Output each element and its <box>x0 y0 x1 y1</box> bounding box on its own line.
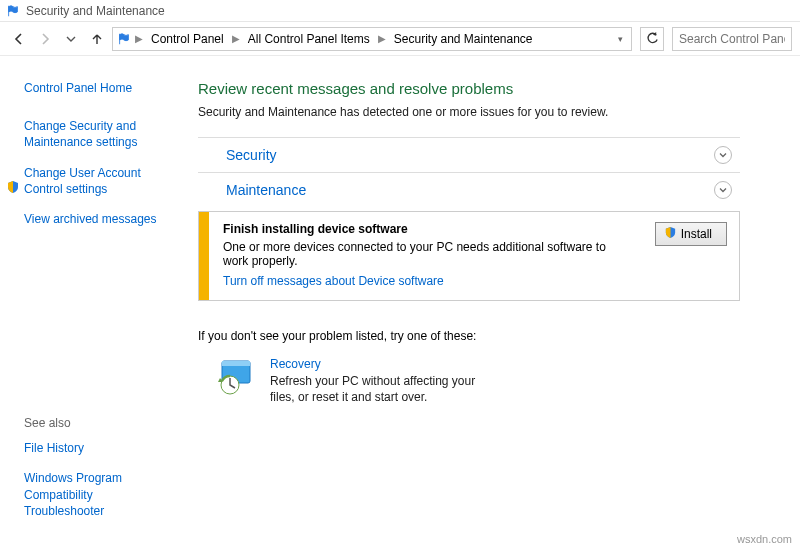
window-titlebar: Security and Maintenance <box>0 0 800 22</box>
window-title: Security and Maintenance <box>26 4 165 18</box>
breadcrumb-item[interactable]: All Control Panel Items <box>244 30 374 48</box>
security-label: Security <box>226 147 277 163</box>
alert-heading: Finish installing device software <box>223 222 629 236</box>
control-panel-home-link[interactable]: Control Panel Home <box>24 80 172 96</box>
breadcrumb-item[interactable]: Security and Maintenance <box>390 30 537 48</box>
see-also-section: See also File History Windows Program Co… <box>24 416 172 537</box>
navigation-toolbar: ▶ Control Panel ▶ All Control Panel Item… <box>0 22 800 56</box>
breadcrumb[interactable]: ▶ Control Panel ▶ All Control Panel Item… <box>112 27 632 51</box>
chevron-down-icon <box>714 181 732 199</box>
maintenance-section-header[interactable]: Maintenance <box>198 173 740 207</box>
try-one-of-these-prompt: If you don't see your problem listed, tr… <box>198 329 740 343</box>
back-button[interactable] <box>8 28 30 50</box>
recovery-icon <box>216 357 256 397</box>
action-center-flag-icon <box>117 32 131 46</box>
sidebar: Control Panel Home Change Security and M… <box>0 56 188 549</box>
breadcrumb-dropdown[interactable]: ▾ <box>618 34 627 44</box>
watermark: wsxdn.com <box>737 533 792 545</box>
view-archived-messages-link[interactable]: View archived messages <box>24 211 172 227</box>
forward-button[interactable] <box>34 28 56 50</box>
breadcrumb-item[interactable]: Control Panel <box>147 30 228 48</box>
action-center-flag-icon <box>6 4 20 18</box>
page-heading: Review recent messages and resolve probl… <box>198 80 740 97</box>
detected-message: Security and Maintenance has detected on… <box>198 105 740 119</box>
see-also-heading: See also <box>24 416 172 430</box>
shield-icon <box>6 180 20 194</box>
chevron-right-icon[interactable]: ▶ <box>133 33 145 44</box>
turn-off-messages-link[interactable]: Turn off messages about Device software <box>223 274 444 288</box>
install-button-label: Install <box>681 227 712 241</box>
compat-troubleshooter-link[interactable]: Windows Program Compatibility Troublesho… <box>24 470 172 519</box>
chevron-right-icon[interactable]: ▶ <box>376 33 388 44</box>
recovery-item: Recovery Refresh your PC without affecti… <box>216 357 740 405</box>
file-history-link[interactable]: File History <box>24 440 172 456</box>
chevron-down-icon <box>714 146 732 164</box>
recovery-description: Refresh your PC without affecting your f… <box>270 373 500 405</box>
change-uac-link[interactable]: Change User Account Control settings <box>24 165 172 197</box>
refresh-button[interactable] <box>640 27 664 51</box>
alert-message: One or more devices connected to your PC… <box>223 240 629 268</box>
search-input[interactable] <box>672 27 792 51</box>
maintenance-label: Maintenance <box>226 182 306 198</box>
main-content: Review recent messages and resolve probl… <box>188 56 800 549</box>
shield-icon <box>664 226 677 242</box>
recent-locations-button[interactable] <box>60 28 82 50</box>
alert-box: Finish installing device software One or… <box>198 211 740 301</box>
up-button[interactable] <box>86 28 108 50</box>
chevron-right-icon[interactable]: ▶ <box>230 33 242 44</box>
change-security-maintenance-link[interactable]: Change Security and Maintenance settings <box>24 118 172 150</box>
svg-rect-1 <box>222 361 250 366</box>
install-button[interactable]: Install <box>655 222 727 246</box>
security-section-header[interactable]: Security <box>198 138 740 172</box>
alert-warning-stripe <box>199 212 209 300</box>
recovery-link[interactable]: Recovery <box>270 357 500 371</box>
